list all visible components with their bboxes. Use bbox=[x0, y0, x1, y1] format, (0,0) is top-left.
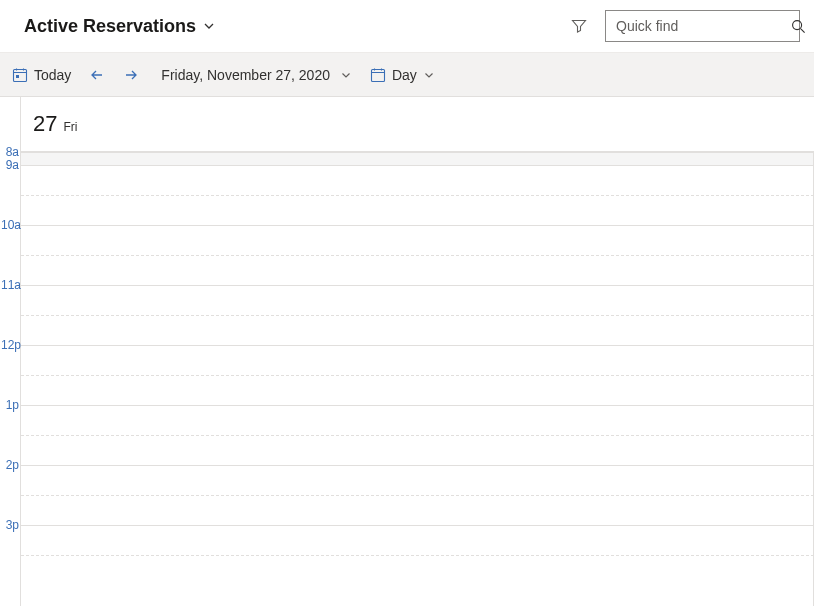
time-grid[interactable]: 8a 9a 10a 11a 12p 1p 2p 3p bbox=[21, 152, 814, 606]
day-name: Fri bbox=[63, 120, 77, 134]
hour-row[interactable]: 9a bbox=[21, 165, 814, 225]
hour-label: 1p bbox=[1, 398, 21, 412]
current-date-label: Friday, November 27, 2020 bbox=[157, 67, 334, 83]
search-input[interactable] bbox=[616, 18, 791, 34]
arrow-left-icon bbox=[89, 67, 105, 83]
next-button[interactable] bbox=[115, 59, 147, 91]
hour-label: 12p bbox=[1, 338, 21, 352]
hour-label: 9a bbox=[1, 158, 21, 172]
search-box[interactable] bbox=[605, 10, 800, 42]
search-icon[interactable] bbox=[791, 16, 806, 36]
hour-label: 8a bbox=[1, 145, 21, 159]
filter-icon bbox=[571, 18, 587, 34]
arrow-right-icon bbox=[123, 67, 139, 83]
prev-button[interactable] bbox=[81, 59, 113, 91]
hour-row[interactable]: 1p bbox=[21, 405, 814, 465]
hour-label: 10a bbox=[1, 218, 21, 232]
today-button[interactable]: Today bbox=[4, 59, 79, 91]
hour-row[interactable]: 8a bbox=[21, 152, 814, 165]
filter-button[interactable] bbox=[563, 10, 595, 42]
day-header: 27 Fri bbox=[21, 97, 814, 152]
day-number: 27 bbox=[33, 111, 57, 137]
hour-label: 2p bbox=[1, 458, 21, 472]
calendar-toolbar: Today Friday, November 27, 2020 Day bbox=[0, 53, 814, 97]
hour-label: 3p bbox=[1, 518, 21, 532]
svg-rect-3 bbox=[371, 69, 384, 81]
hour-row[interactable]: 11a bbox=[21, 285, 814, 345]
page-header: Active Reservations bbox=[0, 0, 814, 53]
hour-row[interactable]: 2p bbox=[21, 465, 814, 525]
chevron-down-icon bbox=[340, 69, 352, 81]
svg-point-0 bbox=[793, 20, 802, 29]
calendar-today-icon bbox=[12, 67, 28, 83]
today-label: Today bbox=[34, 67, 71, 83]
hour-row[interactable]: 10a bbox=[21, 225, 814, 285]
svg-rect-1 bbox=[14, 69, 27, 81]
chevron-down-icon bbox=[423, 69, 435, 81]
hour-row[interactable]: 3p bbox=[21, 525, 814, 585]
page-title: Active Reservations bbox=[24, 16, 196, 37]
hour-label: 11a bbox=[1, 278, 21, 292]
date-picker[interactable]: Friday, November 27, 2020 bbox=[149, 59, 360, 91]
view-mode-label: Day bbox=[392, 67, 417, 83]
calendar-icon bbox=[370, 67, 386, 83]
view-mode-picker[interactable]: Day bbox=[362, 59, 443, 91]
chevron-down-icon bbox=[202, 19, 216, 33]
svg-rect-2 bbox=[16, 75, 19, 78]
view-selector[interactable]: Active Reservations bbox=[24, 16, 216, 37]
hour-row[interactable]: 12p bbox=[21, 345, 814, 405]
calendar-view: 27 Fri 8a 9a 10a 11a 12p 1p 2p 3p bbox=[20, 97, 814, 606]
